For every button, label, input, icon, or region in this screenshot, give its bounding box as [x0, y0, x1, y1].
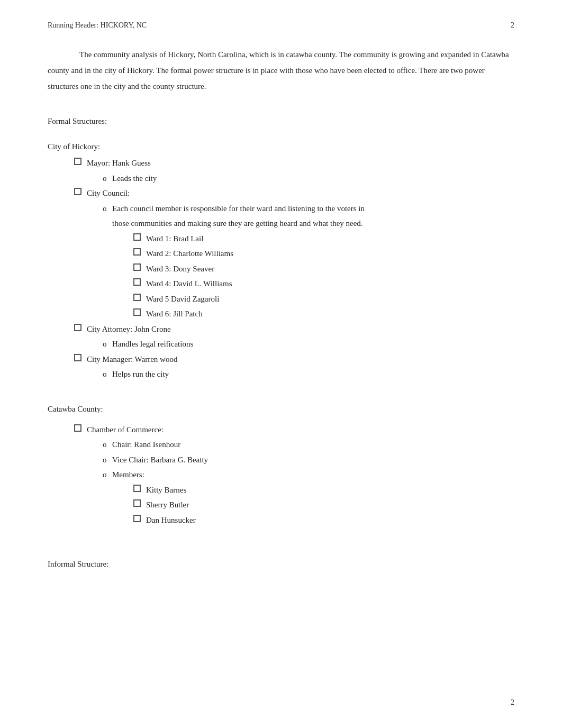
bullet-square-icon	[74, 158, 81, 165]
list-item: City Council: o Each council member is r…	[74, 186, 514, 322]
bullet-square-icon	[133, 248, 141, 256]
council-sub-item: Each council member is responsible for t…	[112, 201, 514, 322]
bullet-o-icon: o	[103, 367, 112, 382]
ward-list: Ward 1: Brad Lail Ward 2: Charlotte Will…	[112, 231, 514, 322]
member-item-sherry: Sherry Butler	[146, 497, 189, 513]
list-item: Dan Hunsucker	[133, 513, 514, 528]
formal-structures-heading: Formal Structures:	[48, 113, 514, 129]
list-item: Sherry Butler	[133, 497, 514, 513]
attorney-sub-item: Handles legal reifications	[112, 336, 514, 352]
list-item: o Members: Kitty Barnes Sherry Bu	[103, 467, 514, 527]
list-item: o Chair: Rand Isenhour	[103, 437, 514, 452]
bullet-square-icon	[133, 485, 141, 492]
bullet-square-icon	[133, 294, 141, 301]
bullet-square-icon	[74, 354, 81, 361]
city-list: Mayor: Hank Guess o Leads the city City …	[48, 156, 514, 382]
list-item: City Attorney: John Crone o Handles lega…	[74, 322, 514, 352]
bullet-square-icon	[133, 263, 141, 271]
bullet-o-icon: o	[103, 437, 112, 452]
list-item: Kitty Barnes	[133, 483, 514, 498]
list-item: o Each council member is responsible for…	[103, 201, 514, 322]
mayor-sublist: o Leads the city	[87, 171, 514, 186]
bullet-square-icon	[74, 324, 81, 331]
list-item: o Vice Chair: Barbara G. Beatty	[103, 452, 514, 468]
list-item: Ward 4: David L. Williams	[133, 276, 514, 292]
list-item: Ward 3: Dony Seaver	[133, 261, 514, 277]
ward-item: Ward 5 David Zagaroli	[146, 292, 219, 307]
list-item: City Manager: Warren wood o Helps run th…	[74, 352, 514, 382]
bullet-o-icon: o	[103, 201, 112, 216]
chamber-sublist: o Chair: Rand Isenhour o Vice Chair: Bar…	[87, 437, 514, 527]
bullet-square-icon	[133, 233, 141, 241]
footer-page-num: 2	[511, 698, 514, 707]
catawba-county-heading: Catawba County:	[48, 401, 514, 417]
running-header: Running Header: HICKORY, NC 2	[48, 21, 514, 30]
list-item: Ward 1: Brad Lail	[133, 231, 514, 247]
informal-structure-heading: Informal Structure:	[48, 556, 514, 572]
list-item: Chamber of Commerce: o Chair: Rand Isenh…	[74, 422, 514, 528]
bullet-o-icon: o	[103, 171, 112, 186]
chamber-label: Chamber of Commerce:	[87, 425, 164, 434]
member-item: Kitty Barnes	[146, 483, 186, 498]
mayor-label: Mayor: Hank Guess	[87, 159, 151, 167]
list-item: o Helps run the city	[103, 367, 514, 382]
ward-item: Ward 3: Dony Seaver	[146, 261, 214, 277]
city-council-sublist: o Each council member is responsible for…	[87, 201, 514, 322]
intro-paragraph: The community analysis of Hickory, North…	[48, 47, 514, 94]
bullet-square-icon	[133, 308, 141, 316]
ward-item: Ward 6: Jill Patch	[146, 306, 203, 322]
manager-sublist: o Helps run the city	[87, 367, 514, 382]
city-of-hickory-heading: City of Hickory:	[48, 139, 514, 154]
bullet-o-icon: o	[103, 467, 112, 483]
manager-sub-item: Helps run the city	[112, 367, 514, 382]
bullet-square-icon	[133, 499, 141, 507]
bullet-square-icon	[74, 188, 81, 195]
bullet-square-icon	[133, 278, 141, 286]
list-item: Ward 5 David Zagaroli	[133, 292, 514, 307]
city-manager-label: City Manager: Warren wood	[87, 355, 177, 363]
ward-item: Ward 2: Charlotte Williams	[146, 246, 233, 261]
ward-item: Ward 1: Brad Lail	[146, 231, 203, 247]
members-list: Kitty Barnes Sherry Butler Dan Hunsucker	[112, 483, 514, 528]
county-list: Chamber of Commerce: o Chair: Rand Isenh…	[48, 422, 514, 528]
bullet-square-icon	[133, 515, 141, 522]
list-item: Mayor: Hank Guess o Leads the city	[74, 156, 514, 186]
list-item: Ward 6: Jill Patch	[133, 306, 514, 322]
ward-item: Ward 4: David L. Williams	[146, 276, 232, 292]
bullet-o-icon: o	[103, 452, 112, 468]
page: Running Header: HICKORY, NC 2 The commun…	[0, 0, 562, 728]
city-attorney-label: City Attorney: John Crone	[87, 325, 171, 333]
mayor-sub-item: Leads the city	[112, 171, 514, 186]
city-council-label: City Council:	[87, 189, 130, 197]
attorney-sublist: o Handles legal reifications	[87, 336, 514, 352]
chamber-vice-chair: Vice Chair: Barbara G. Beatty	[112, 452, 514, 468]
header-page-num: 2	[511, 21, 514, 30]
member-item: Dan Hunsucker	[146, 513, 196, 528]
list-item: Ward 2: Charlotte Williams	[133, 246, 514, 261]
header-text: Running Header: HICKORY, NC	[48, 21, 147, 30]
bullet-square-icon	[74, 424, 81, 432]
bullet-o-icon: o	[103, 336, 112, 352]
list-item: o Leads the city	[103, 171, 514, 186]
chamber-chair: Chair: Rand Isenhour	[112, 437, 514, 452]
members-label: Members:	[112, 470, 144, 479]
list-item: o Handles legal reifications	[103, 336, 514, 352]
